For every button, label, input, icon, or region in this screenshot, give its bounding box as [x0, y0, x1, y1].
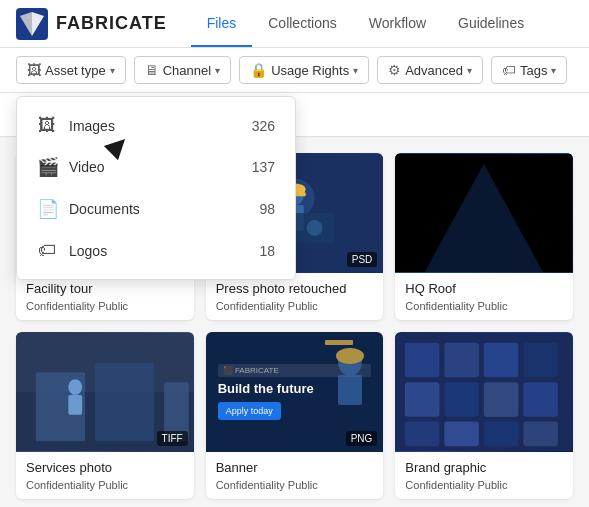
card-info: HQ Roof Confidentiality Public: [395, 273, 573, 320]
images-count: 326: [252, 118, 275, 134]
svg-rect-37: [338, 375, 362, 405]
card-title: Press photo retouched: [216, 281, 374, 296]
nav-tab-files[interactable]: Files: [191, 0, 253, 47]
usage-rights-label: Usage Rights: [271, 63, 349, 78]
card-info: Facility tour Confidentiality Public: [16, 273, 194, 320]
card-meta: Confidentiality Public: [216, 479, 374, 491]
card-meta: Confidentiality Public: [405, 300, 563, 312]
svg-rect-42: [524, 343, 559, 378]
logo-icon-item: 🏷: [37, 240, 57, 261]
nav-tab-guidelines[interactable]: Guidelines: [442, 0, 540, 47]
svg-rect-44: [445, 382, 480, 417]
svg-rect-36: [325, 340, 353, 345]
advanced-label: Advanced: [405, 63, 463, 78]
svg-point-35: [336, 348, 364, 364]
svg-rect-48: [445, 422, 480, 447]
svg-rect-41: [484, 343, 519, 378]
usage-rights-filter[interactable]: 🔒 Usage Rights ▾: [239, 56, 369, 84]
card-title: HQ Roof: [405, 281, 563, 296]
asset-type-label: Asset type: [45, 63, 106, 78]
card-meta: Confidentiality Public: [216, 300, 374, 312]
images-label: Images: [69, 118, 115, 134]
card-thumb: [395, 153, 573, 273]
navbar: FABRICATE Files Collections Workflow Gui…: [0, 0, 589, 48]
svg-rect-49: [484, 422, 519, 447]
svg-rect-39: [405, 343, 440, 378]
dropdown-item-documents[interactable]: 📄 Documents 98: [17, 188, 295, 230]
card-services-photo[interactable]: TIFF Services photo Confidentiality Publ…: [16, 332, 194, 499]
tags-label: Tags: [520, 63, 547, 78]
dropdown-item-video[interactable]: 🎬 Video 137: [17, 146, 295, 188]
card-title: Brand graphic: [405, 460, 563, 475]
tiff-badge: TIFF: [157, 431, 188, 446]
documents-label: Documents: [69, 201, 140, 217]
card-title: Services photo: [26, 460, 184, 475]
filter-bar: 🖼 Asset type ▾ 🖥 Channel ▾ 🔒 Usage Right…: [0, 48, 589, 93]
card-thumb: [395, 332, 573, 452]
logo-text: FABRICATE: [56, 13, 167, 34]
svg-rect-43: [405, 382, 440, 417]
card-info: Brand graphic Confidentiality Public: [395, 452, 573, 499]
chevron-down-icon: ▾: [467, 65, 472, 76]
video-icon: 🎬: [37, 156, 57, 178]
chevron-down-icon: ▾: [215, 65, 220, 76]
card-meta: Confidentiality Public: [26, 300, 184, 312]
nav-tabs: Files Collections Workflow Guidelines: [191, 0, 541, 47]
svg-rect-30: [95, 362, 154, 441]
svg-rect-45: [484, 382, 519, 417]
card-title: Banner: [216, 460, 374, 475]
card-info: Banner Confidentiality Public: [206, 452, 384, 499]
svg-rect-47: [405, 422, 440, 447]
documents-count: 98: [259, 201, 275, 217]
png-badge: PNG: [346, 431, 378, 446]
card-info: Services photo Confidentiality Public: [16, 452, 194, 499]
svg-point-32: [68, 379, 82, 395]
card-info: Press photo retouched Confidentiality Pu…: [206, 273, 384, 320]
psd-badge: PSD: [347, 252, 378, 267]
card-thumb: ⬛ FABRICATE Build the future Apply today…: [206, 332, 384, 452]
asset-type-filter[interactable]: 🖼 Asset type ▾: [16, 56, 126, 84]
svg-rect-46: [524, 382, 559, 417]
card-brand-graphic[interactable]: Brand graphic Confidentiality Public: [395, 332, 573, 499]
lock-icon: 🔒: [250, 62, 267, 78]
chevron-down-icon: ▾: [551, 65, 556, 76]
card-banner[interactable]: ⬛ FABRICATE Build the future Apply today…: [206, 332, 384, 499]
dropdown-item-images[interactable]: 🖼 Images 326: [17, 105, 295, 146]
svg-point-21: [306, 220, 322, 236]
nav-tab-collections[interactable]: Collections: [252, 0, 352, 47]
tag-icon: 🏷: [502, 62, 516, 78]
card-title: Facility tour: [26, 281, 184, 296]
tags-filter[interactable]: 🏷 Tags ▾: [491, 56, 567, 84]
channel-label: Channel: [163, 63, 211, 78]
channel-icon: 🖥: [145, 62, 159, 78]
banner-cta[interactable]: Apply today: [218, 402, 281, 420]
card-hq-roof[interactable]: HQ Roof Confidentiality Public: [395, 153, 573, 320]
card-meta: Confidentiality Public: [26, 479, 184, 491]
card-thumb: TIFF: [16, 332, 194, 452]
nav-tab-workflow[interactable]: Workflow: [353, 0, 442, 47]
svg-rect-33: [68, 395, 82, 415]
chevron-down-icon: ▾: [110, 65, 115, 76]
chevron-down-icon: ▾: [353, 65, 358, 76]
logos-count: 18: [259, 243, 275, 259]
channel-filter[interactable]: 🖥 Channel ▾: [134, 56, 231, 84]
document-icon: 📄: [37, 198, 57, 220]
sliders-icon: ⚙: [388, 62, 401, 78]
video-label: Video: [69, 159, 105, 175]
dropdown-item-logos[interactable]: 🏷 Logos 18: [17, 230, 295, 271]
logos-label: Logos: [69, 243, 107, 259]
video-count: 137: [252, 159, 275, 175]
advanced-filter[interactable]: ⚙ Advanced ▾: [377, 56, 483, 84]
asset-type-icon: 🖼: [27, 62, 41, 78]
svg-rect-50: [524, 422, 559, 447]
card-meta: Confidentiality Public: [405, 479, 563, 491]
image-icon: 🖼: [37, 115, 57, 136]
logo-icon: [16, 8, 48, 40]
logo[interactable]: FABRICATE: [16, 8, 167, 40]
asset-type-dropdown: 🖼 Images 326 🎬 Video 137 📄 Documents 98 …: [16, 96, 296, 280]
svg-rect-40: [445, 343, 480, 378]
